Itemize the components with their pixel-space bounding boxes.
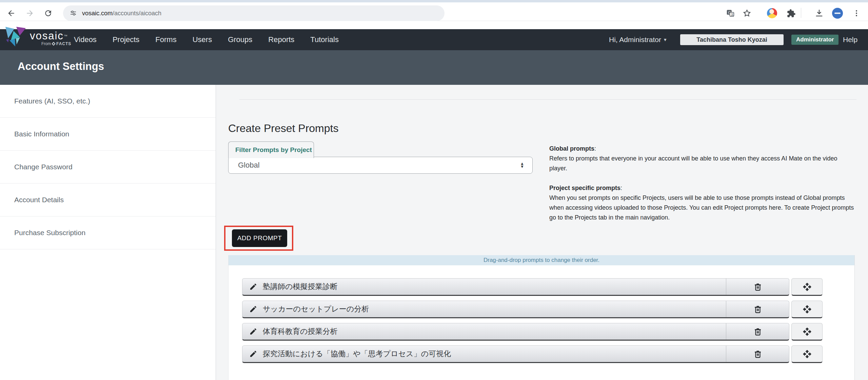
back-icon — [7, 9, 16, 18]
help-link[interactable]: Help — [843, 29, 857, 50]
site-navbar: vosaic™ From FACTS Videos Projects Forms… — [0, 21, 868, 50]
page-header: Account Settings — [0, 50, 868, 85]
screen: vosaic.com/accounts/aicoach G 文 — [0, 0, 868, 380]
drag-handle[interactable] — [791, 345, 823, 363]
facts-diamond-icon — [52, 42, 55, 45]
drag-handle[interactable] — [791, 278, 823, 296]
filter-prompts-label: Filter Prompts by Project — [228, 141, 314, 158]
drag-handle[interactable] — [791, 323, 823, 341]
forward-button[interactable] — [25, 8, 35, 18]
prompt-list: 塾講師の模擬授業診断 — [242, 278, 823, 368]
user-menu[interactable]: Hi, Administrator ▾ — [609, 29, 667, 50]
browser-toolbar: vosaic.com/accounts/aicoach G 文 — [0, 2, 868, 21]
nav-item-groups[interactable]: Groups — [228, 35, 252, 44]
drag-handle[interactable] — [791, 301, 823, 318]
trademark-symbol: ™ — [64, 34, 67, 38]
reload-icon — [44, 9, 53, 18]
prompt-title[interactable]: 体育科教育の授業分析 — [263, 326, 338, 337]
browser-menu-button[interactable] — [852, 8, 861, 18]
prompt-row: 探究活動における「協働」や「思考プロセス」の可視化 — [242, 345, 823, 363]
delete-prompt-button[interactable] — [726, 301, 789, 317]
nav-item-forms[interactable]: Forms — [155, 35, 176, 44]
prompt-row: 塾講師の模擬授業診断 — [242, 278, 823, 296]
prompts-panel: Drag-and-drop prompts to change their or… — [228, 255, 855, 380]
global-prompts-title: Global prompts — [549, 145, 594, 152]
edit-pencil-icon[interactable] — [249, 283, 257, 291]
avatar-label — [834, 13, 841, 14]
project-filter-value: Global — [238, 161, 520, 170]
add-prompt-button[interactable]: ADD PROMPT — [232, 229, 287, 247]
role-badge: Administrator — [791, 35, 839, 45]
kebab-menu-icon — [852, 9, 861, 17]
sidebar-item-change-password[interactable]: Change Password — [0, 151, 216, 184]
extension-color-wheel-icon[interactable] — [767, 8, 777, 18]
extensions-button[interactable] — [786, 8, 796, 18]
delete-prompt-button[interactable] — [726, 346, 789, 362]
delete-prompt-button[interactable] — [726, 279, 789, 295]
page-title: Account Settings — [18, 60, 104, 73]
move-arrows-icon — [803, 349, 812, 359]
delete-prompt-button[interactable] — [726, 323, 789, 340]
puzzle-icon — [787, 9, 796, 18]
prompt-title[interactable]: 塾講師の模擬授業診断 — [263, 282, 338, 292]
sidebar-item-account-details[interactable]: Account Details — [0, 184, 216, 216]
nav-item-users[interactable]: Users — [193, 35, 212, 44]
downloads-button[interactable] — [814, 8, 824, 18]
prompt-row: 体育科教育の授業分析 — [242, 323, 823, 341]
vosaic-logo-icon — [5, 26, 26, 48]
navbar-bar: vosaic™ From FACTS Videos Projects Forms… — [0, 29, 868, 50]
project-prompts-body: When you set prompts on specific Project… — [549, 194, 854, 221]
browser-tabstrip — [0, 0, 868, 2]
nav-item-videos[interactable]: Videos — [74, 35, 97, 44]
edit-pencil-icon[interactable] — [249, 305, 257, 313]
trash-icon — [753, 282, 763, 291]
prompt-title[interactable]: 探究活動における「協働」や「思考プロセス」の可視化 — [263, 349, 451, 359]
select-arrows-icon: ▲▼ — [520, 162, 524, 168]
prompt-row: サッカーのセットプレーの分析 — [242, 301, 823, 318]
account-name-button[interactable]: Tachibana Tosho Kyozai — [680, 34, 784, 45]
trash-icon — [753, 327, 763, 336]
trash-icon — [753, 349, 763, 359]
site-info-icon[interactable] — [69, 9, 77, 17]
sidebar-item-features[interactable]: Features (AI, SSO, etc.) — [0, 85, 216, 118]
translate-button[interactable]: G 文 — [726, 8, 735, 18]
profile-avatar[interactable] — [832, 8, 843, 19]
star-icon — [743, 9, 751, 18]
project-filter-select[interactable]: Global ▲▼ — [228, 157, 533, 174]
brand-tagline-brand: FACTS — [56, 41, 71, 46]
user-menu-label: Hi, Administrator — [609, 36, 661, 44]
prompts-help-text: Global prompts: Refers to prompts that e… — [549, 144, 856, 223]
brand-name: vosaic — [30, 30, 64, 42]
back-button[interactable] — [6, 8, 16, 18]
nav-item-projects[interactable]: Projects — [113, 35, 139, 44]
move-arrows-icon — [803, 282, 812, 291]
dragdrop-hint-bar: Drag-and-drop prompts to change their or… — [229, 255, 854, 265]
sidebar-item-purchase-subscription[interactable]: Purchase Subscription — [0, 216, 216, 249]
url-path: /accounts/aicoach — [113, 10, 161, 17]
edit-pencil-icon[interactable] — [249, 327, 257, 336]
global-prompts-body: Refers to prompts that everyone in your … — [549, 155, 837, 172]
reload-button[interactable] — [43, 8, 53, 18]
download-icon — [814, 8, 824, 18]
address-bar[interactable]: vosaic.com/accounts/aicoach — [63, 5, 445, 21]
move-arrows-icon — [803, 305, 812, 314]
move-arrows-icon — [803, 327, 812, 336]
settings-sidebar: Features (AI, SSO, etc.) Basic Informati… — [0, 85, 216, 380]
prompt-title[interactable]: サッカーのセットプレーの分析 — [263, 304, 369, 314]
brand-tagline-prefix: From — [41, 41, 51, 46]
toolbar-divider — [801, 8, 801, 18]
section-divider — [239, 99, 856, 100]
section-heading: Create Preset Prompts — [228, 122, 338, 135]
project-prompts-title: Project specific prompts — [549, 185, 620, 191]
translate-icon: G 文 — [726, 9, 735, 18]
edit-pencil-icon[interactable] — [249, 350, 257, 358]
chevron-down-icon: ▾ — [664, 37, 667, 43]
nav-item-reports[interactable]: Reports — [268, 35, 294, 44]
nav-items: Videos Projects Forms Users Groups Repor… — [74, 29, 339, 50]
forward-icon — [25, 9, 34, 18]
nav-item-tutorials[interactable]: Tutorials — [310, 35, 339, 44]
bookmark-button[interactable] — [742, 8, 752, 18]
vosaic-logo[interactable]: vosaic™ From FACTS — [5, 26, 71, 48]
trash-icon — [753, 304, 763, 314]
sidebar-item-basic-info[interactable]: Basic Information — [0, 118, 216, 151]
